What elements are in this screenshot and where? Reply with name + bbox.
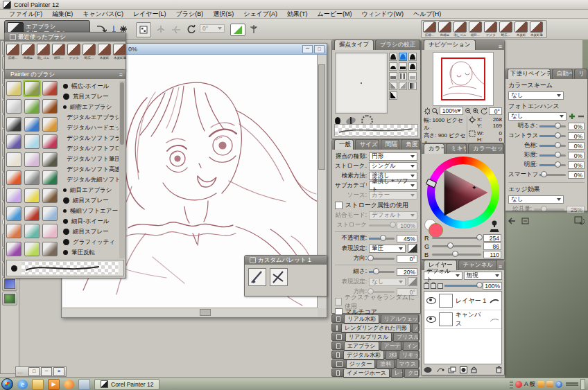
paper-button[interactable] xyxy=(136,22,151,37)
brush-category-4[interactable] xyxy=(24,99,40,114)
media-player-icon[interactable]: ▶ xyxy=(48,379,60,390)
brush-category-25[interactable] xyxy=(24,224,40,238)
color-scheme-select[interactable]: なし xyxy=(508,91,564,100)
brush-variant-row[interactable]: デジタルソフトフローエ xyxy=(60,143,119,154)
menu-item-3[interactable]: レイヤー(L) xyxy=(128,10,171,19)
recent-brush-3[interactable]: 細目… xyxy=(469,21,482,37)
dab-type-cell-3[interactable] xyxy=(389,62,397,71)
tab-underpainting[interactable]: 下塗りペインティング xyxy=(508,69,551,79)
brush-variant-row[interactable]: 細目スプレー xyxy=(60,195,119,206)
brush-variant-row[interactable]: 荒目スプレー xyxy=(60,91,119,102)
dab-type-cell-12[interactable] xyxy=(389,91,397,100)
brush-category-20[interactable] xyxy=(42,188,58,203)
tab-general[interactable]: 一般 xyxy=(334,139,354,150)
collapsed-tab[interactable]: 塗料 xyxy=(377,360,394,369)
recent-brush-0[interactable]: 拡細… xyxy=(6,44,19,60)
layer-name[interactable]: キャンバス xyxy=(456,310,487,328)
tray-icon-2[interactable] xyxy=(546,381,553,387)
tray-help-icon[interactable]: ? xyxy=(555,381,562,388)
brush-category-12[interactable] xyxy=(6,152,21,167)
collapsed-panel-1[interactable]: レンダリングされた円形ハード xyxy=(331,323,420,332)
recent-brush-6[interactable]: 木炭鉛 xyxy=(514,21,528,37)
slider[interactable] xyxy=(539,174,566,176)
brush-category-15[interactable] xyxy=(6,170,21,185)
navigator-thumbnail[interactable] xyxy=(433,52,494,106)
brush-variant-row[interactable]: 細目エアブラシ xyxy=(60,185,119,195)
zoom-out-icon[interactable] xyxy=(465,107,471,115)
blue-slider[interactable] xyxy=(432,254,481,256)
collapsed-tab[interactable]: ブリスル xyxy=(393,333,419,342)
dab-type-select[interactable]: 円形 xyxy=(369,152,417,161)
close-icon[interactable] xyxy=(336,361,343,367)
menu-item-8[interactable]: ムービー(M) xyxy=(313,10,357,19)
sv-cursor[interactable]: ✦ xyxy=(472,184,477,191)
v-scroll-thumb[interactable] xyxy=(318,64,325,170)
redo-step-icon[interactable] xyxy=(521,217,530,225)
flip-h-button[interactable] xyxy=(154,22,168,36)
brush-library-header[interactable]: Painter のブラシ ≡ xyxy=(5,70,126,79)
brush-category-7[interactable] xyxy=(24,117,40,132)
variant-scroll-thumb[interactable] xyxy=(120,82,124,145)
brush-category-21[interactable] xyxy=(6,206,21,221)
collapsed-tab[interactable]: レー xyxy=(391,369,403,378)
brush-category-6[interactable] xyxy=(6,117,21,132)
minimized-doc-bar[interactable]: … □ – × xyxy=(15,366,67,377)
dab-type-cell-6[interactable] xyxy=(389,72,397,80)
amount-value[interactable]: 25% xyxy=(567,206,585,213)
brush-category-18[interactable] xyxy=(6,188,21,203)
panel-menu-icon[interactable]: ≡ xyxy=(499,43,504,50)
brush-category-5[interactable] xyxy=(42,99,58,114)
brush-variant-row[interactable]: 筆圧反転 xyxy=(60,247,119,258)
slider[interactable] xyxy=(539,164,566,166)
recent-brush-5[interactable]: 幅広… xyxy=(83,44,96,60)
brush-category-22[interactable] xyxy=(24,206,40,221)
layer-row[interactable]: レイヤー 1 xyxy=(424,292,501,310)
close-icon[interactable] xyxy=(336,343,340,349)
palette-brush-2[interactable] xyxy=(270,268,288,286)
recent-brush-7[interactable]: 木炭鉛筆 xyxy=(530,21,543,37)
menu-item-9[interactable]: ウィンドウ(W) xyxy=(356,10,408,19)
collapsed-panel-5[interactable]: ジッター塗料マウス xyxy=(331,360,420,368)
brush-category-28[interactable] xyxy=(24,242,40,256)
brush-category-0[interactable] xyxy=(6,81,21,96)
layer-opacity-value[interactable]: 100% xyxy=(483,282,502,290)
brush-category-19[interactable] xyxy=(24,188,40,203)
explorer-icon[interactable] xyxy=(32,379,44,390)
recent-brush-4[interactable]: デジタ xyxy=(484,21,497,37)
expression2-select[interactable]: なし xyxy=(369,278,406,286)
blue-value[interactable]: 110 xyxy=(483,251,501,258)
subcategory-select[interactable]: 塗潰し + ソフト xyxy=(369,181,417,190)
collapsed-panel-3[interactable]: エアブラシアーティスインパ xyxy=(331,342,420,350)
close-icon[interactable] xyxy=(336,325,338,331)
brush-category-27[interactable] xyxy=(6,242,21,256)
hue-ring[interactable]: ✦ xyxy=(427,157,499,229)
panel-menu-icon[interactable]: ≡ xyxy=(499,263,504,270)
thinness-value[interactable]: 20% xyxy=(397,268,417,276)
doc-minimize-button[interactable]: – xyxy=(302,45,313,53)
red-slider[interactable] xyxy=(432,237,481,239)
brush-category-13[interactable] xyxy=(24,152,40,167)
brush-category-17[interactable] xyxy=(42,170,58,185)
green-value[interactable]: 86 xyxy=(483,242,501,250)
stroke-attr-checkbox[interactable] xyxy=(335,202,343,209)
menu-item-5[interactable]: 選択(S) xyxy=(208,10,239,19)
brush-category-10[interactable] xyxy=(24,134,40,149)
layer-row[interactable]: キャンバス xyxy=(424,310,501,329)
variant-scrollbar[interactable] xyxy=(119,81,125,258)
close-icon[interactable] xyxy=(10,34,16,40)
reset-rotation-icon[interactable] xyxy=(480,107,487,115)
collapsed-tab[interactable]: インパ xyxy=(403,342,419,351)
brush-variant-row[interactable]: 幅広-ホイール xyxy=(60,81,119,91)
menu-item-6[interactable]: シェイプ(A) xyxy=(239,10,282,19)
remove-preset-icon[interactable] xyxy=(578,113,585,120)
recent-brush-5[interactable]: 幅広… xyxy=(499,21,512,37)
restore-button[interactable]: □ xyxy=(28,367,40,376)
dab-type-cell-4[interactable] xyxy=(399,62,407,71)
tab-color[interactable]: カラー xyxy=(424,143,444,154)
brush-category-9[interactable] xyxy=(6,134,21,149)
dynamic-plugin-icon[interactable] xyxy=(424,366,433,373)
eye-icon[interactable] xyxy=(426,316,436,323)
stroke-type-select[interactable]: シングル xyxy=(369,162,417,170)
apply-icon[interactable] xyxy=(574,216,585,225)
rotate-page-button[interactable] xyxy=(184,22,198,36)
